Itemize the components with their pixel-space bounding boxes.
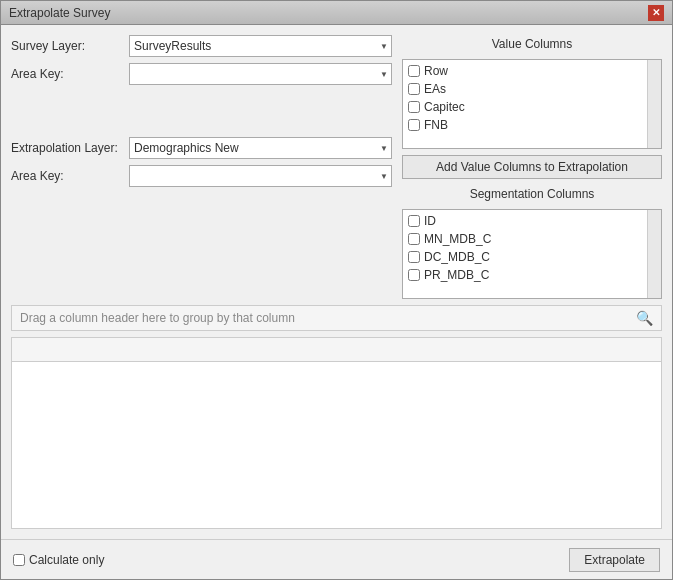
right-panel: Value Columns Row EAs Capitec <box>402 35 662 299</box>
seg-col-mn-label: MN_MDB_C <box>424 232 491 246</box>
value-col-eas-label: EAs <box>424 82 446 96</box>
survey-layer-row: Survey Layer: SurveyResults <box>11 35 392 57</box>
close-button[interactable]: ✕ <box>648 5 664 21</box>
area-key-extrap-select-wrapper <box>129 165 392 187</box>
value-col-row: Row <box>406 63 658 79</box>
extrapolation-layer-label: Extrapolation Layer: <box>11 141 121 155</box>
seg-col-dc-checkbox[interactable] <box>408 251 420 263</box>
seg-col-id: ID <box>406 213 658 229</box>
top-section: Survey Layer: SurveyResults Area Key: <box>11 35 662 299</box>
survey-layer-select-wrapper: SurveyResults <box>129 35 392 57</box>
window-title: Extrapolate Survey <box>9 6 110 20</box>
title-bar: Extrapolate Survey ✕ <box>1 1 672 25</box>
value-col-fnb: FNB <box>406 117 658 133</box>
value-columns-scrollbar[interactable] <box>647 60 661 148</box>
extrapolation-layer-row: Extrapolation Layer: Demographics New <box>11 137 392 159</box>
area-key-survey-row: Area Key: <box>11 63 392 85</box>
extrapolate-survey-window: Extrapolate Survey ✕ Survey Layer: Surve… <box>0 0 673 580</box>
area-key-extrap-select[interactable] <box>129 165 392 187</box>
value-col-capitec-checkbox[interactable] <box>408 101 420 113</box>
value-col-capitec: Capitec <box>406 99 658 115</box>
bottom-bar: Calculate only Extrapolate <box>1 539 672 579</box>
grid-header-row <box>12 338 661 362</box>
add-value-columns-button[interactable]: Add Value Columns to Extrapolation <box>402 155 662 179</box>
segmentation-columns-list: ID MN_MDB_C DC_MDB_C PR_MDB_C <box>402 209 662 299</box>
area-key-extrap-label: Area Key: <box>11 169 121 183</box>
seg-col-dc-label: DC_MDB_C <box>424 250 490 264</box>
value-col-capitec-label: Capitec <box>424 100 465 114</box>
area-key-survey-select-wrapper <box>129 63 392 85</box>
seg-col-dc: DC_MDB_C <box>406 249 658 265</box>
value-columns-title: Value Columns <box>402 35 662 53</box>
seg-col-mn: MN_MDB_C <box>406 231 658 247</box>
seg-col-pr: PR_MDB_C <box>406 267 658 283</box>
seg-col-mn-checkbox[interactable] <box>408 233 420 245</box>
area-key-survey-select[interactable] <box>129 63 392 85</box>
value-col-row-checkbox[interactable] <box>408 65 420 77</box>
value-col-row-label: Row <box>424 64 448 78</box>
seg-columns-scrollbar[interactable] <box>647 210 661 298</box>
area-key-survey-label: Area Key: <box>11 67 121 81</box>
value-col-eas: EAs <box>406 81 658 97</box>
drag-header-text: Drag a column header here to group by th… <box>20 311 295 325</box>
value-columns-list: Row EAs Capitec FNB <box>402 59 662 149</box>
extrapolation-layer-select[interactable]: Demographics New <box>129 137 392 159</box>
search-icon: 🔍 <box>636 310 653 326</box>
value-col-fnb-checkbox[interactable] <box>408 119 420 131</box>
value-col-eas-checkbox[interactable] <box>408 83 420 95</box>
seg-col-id-checkbox[interactable] <box>408 215 420 227</box>
value-col-fnb-label: FNB <box>424 118 448 132</box>
survey-layer-select[interactable]: SurveyResults <box>129 35 392 57</box>
calculate-only-wrapper: Calculate only <box>13 553 104 567</box>
drag-header-bar: Drag a column header here to group by th… <box>11 305 662 331</box>
search-button[interactable]: 🔍 <box>636 310 653 326</box>
calculate-only-label: Calculate only <box>29 553 104 567</box>
seg-col-pr-checkbox[interactable] <box>408 269 420 281</box>
main-content: Survey Layer: SurveyResults Area Key: <box>1 25 672 539</box>
area-key-extrap-row: Area Key: <box>11 165 392 187</box>
grid-area <box>11 337 662 529</box>
left-panel: Survey Layer: SurveyResults Area Key: <box>11 35 392 299</box>
calculate-only-checkbox[interactable] <box>13 554 25 566</box>
extrapolation-layer-select-wrapper: Demographics New <box>129 137 392 159</box>
survey-layer-label: Survey Layer: <box>11 39 121 53</box>
spacer-1 <box>11 91 392 131</box>
seg-col-pr-label: PR_MDB_C <box>424 268 489 282</box>
seg-col-id-label: ID <box>424 214 436 228</box>
extrapolate-button[interactable]: Extrapolate <box>569 548 660 572</box>
segmentation-columns-title: Segmentation Columns <box>402 185 662 203</box>
